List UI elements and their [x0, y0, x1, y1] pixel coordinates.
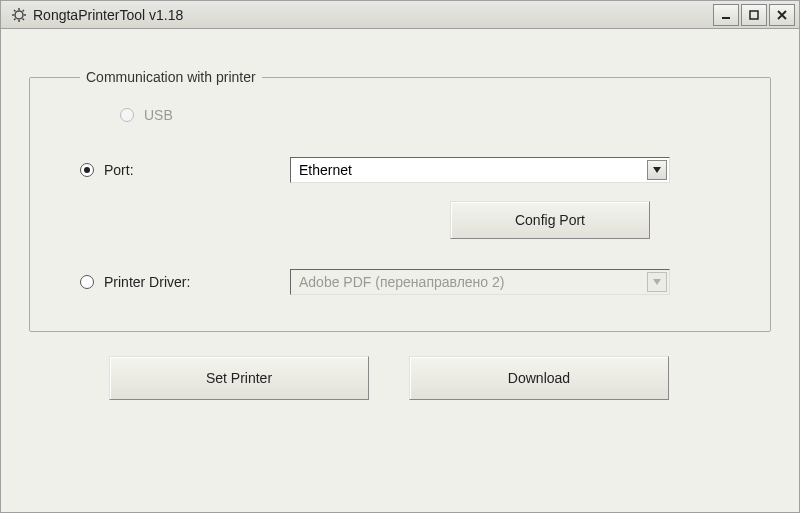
- window-controls: [713, 4, 795, 26]
- svg-rect-1: [722, 17, 730, 19]
- driver-label: Printer Driver:: [104, 274, 190, 290]
- window-title: RongtaPrinterTool v1.18: [33, 7, 713, 23]
- app-window: RongtaPrinterTool v1.18 Communication wi…: [0, 0, 800, 513]
- config-port-row: Config Port: [80, 201, 740, 239]
- port-label: Port:: [104, 162, 134, 178]
- port-select-value: Ethernet: [299, 162, 352, 178]
- close-button[interactable]: [769, 4, 795, 26]
- config-port-button[interactable]: Config Port: [450, 201, 650, 239]
- config-port-label: Config Port: [515, 212, 585, 228]
- chevron-down-icon: [647, 272, 667, 292]
- driver-select: Adobe PDF (перенаправлено 2): [290, 269, 670, 295]
- driver-select-value: Adobe PDF (перенаправлено 2): [299, 274, 504, 290]
- port-radio[interactable]: [80, 163, 94, 177]
- driver-radio[interactable]: [80, 275, 94, 289]
- bottom-buttons: Set Printer Download: [29, 356, 771, 400]
- set-printer-label: Set Printer: [206, 370, 272, 386]
- client-area: Communication with printer USB Port: Eth…: [1, 29, 799, 420]
- driver-row: Printer Driver: Adobe PDF (перенаправлен…: [80, 269, 740, 295]
- port-row: Port: Ethernet: [80, 157, 740, 183]
- maximize-button[interactable]: [741, 4, 767, 26]
- svg-rect-2: [750, 11, 758, 19]
- svg-point-0: [15, 11, 23, 19]
- app-icon: [11, 7, 27, 23]
- download-button[interactable]: Download: [409, 356, 669, 400]
- communication-group: Communication with printer USB Port: Eth…: [29, 69, 771, 332]
- titlebar: RongtaPrinterTool v1.18: [1, 1, 799, 29]
- usb-radio: [120, 108, 134, 122]
- port-select[interactable]: Ethernet: [290, 157, 670, 183]
- minimize-button[interactable]: [713, 4, 739, 26]
- usb-label: USB: [144, 107, 173, 123]
- set-printer-button[interactable]: Set Printer: [109, 356, 369, 400]
- download-label: Download: [508, 370, 570, 386]
- usb-row: USB: [80, 107, 740, 123]
- group-legend: Communication with printer: [80, 69, 262, 85]
- chevron-down-icon: [647, 160, 667, 180]
